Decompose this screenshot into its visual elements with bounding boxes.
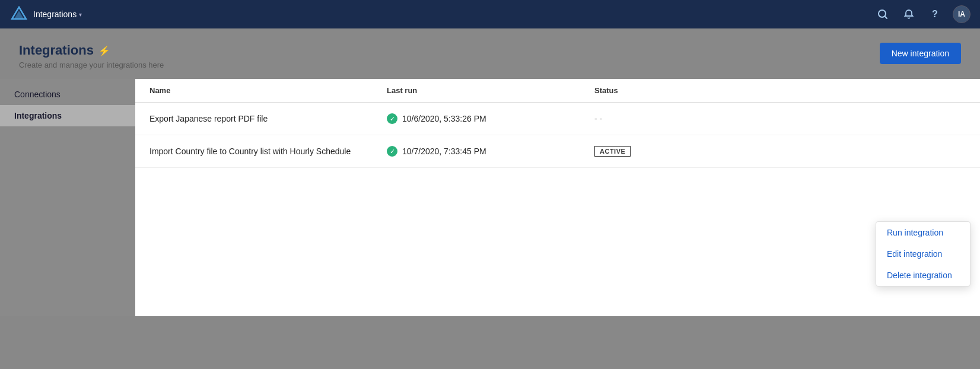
- chevron-down-icon: ▾: [79, 11, 82, 18]
- table-panel: Name Last run Status Export Japanese rep…: [135, 79, 980, 316]
- svg-line-3: [885, 17, 887, 19]
- context-menu: Run integration Edit integration Delete …: [876, 221, 971, 287]
- page-title-text: Integrations: [19, 43, 94, 58]
- context-menu-edit-integration[interactable]: Edit integration: [876, 243, 970, 265]
- row1-lastrun: 10/6/2020, 5:33:26 PM: [402, 114, 486, 123]
- avatar-button[interactable]: IA: [953, 5, 971, 23]
- page-title: Integrations ⚡: [19, 43, 164, 58]
- help-button[interactable]: ?: [927, 6, 943, 23]
- row2-status-cell: ACTIVE: [594, 146, 966, 157]
- topnav-left: Integrations ▾: [9, 5, 82, 24]
- search-button[interactable]: [874, 6, 891, 23]
- flash-icon: ⚡: [98, 45, 110, 56]
- sidebar-item-connections[interactable]: Connections: [0, 84, 135, 105]
- app-name-dropdown[interactable]: Integrations ▾: [33, 9, 82, 19]
- sidebar-item-integrations[interactable]: Integrations: [0, 105, 135, 126]
- notifications-button[interactable]: [901, 6, 917, 23]
- row2-lastrun: 10/7/2020, 7:33:45 PM: [402, 147, 486, 156]
- sidebar: Connections Integrations: [0, 79, 135, 316]
- row2-name-cell: Import Country file to Country list with…: [149, 147, 387, 156]
- table-row[interactable]: Import Country file to Country list with…: [135, 135, 980, 168]
- row2-lastrun-cell: ✓ 10/7/2020, 7:33:45 PM: [387, 146, 594, 157]
- main-area: Connections Integrations Name Last run S…: [0, 79, 980, 316]
- page-header: Integrations ⚡ Create and manage your in…: [0, 28, 980, 79]
- row1-name-cell: Export Japanese report PDF file: [149, 114, 387, 123]
- row2-check-icon: ✓: [387, 146, 397, 157]
- context-menu-delete-integration[interactable]: Delete integration: [876, 265, 970, 286]
- row2-status-badge: ACTIVE: [594, 146, 631, 157]
- page-subtitle: Create and manage your integrations here: [19, 61, 164, 69]
- col-header-last-run: Last run: [387, 86, 594, 95]
- logo-icon[interactable]: [9, 5, 28, 24]
- topnav-right: ? IA: [874, 5, 971, 23]
- help-icon: ?: [932, 9, 938, 20]
- page-background: Integrations ⚡ Create and manage your in…: [0, 28, 980, 369]
- row1-check-icon: ✓: [387, 113, 397, 124]
- row1-lastrun-cell: ✓ 10/6/2020, 5:33:26 PM: [387, 113, 594, 124]
- row1-status-cell: - -: [594, 114, 966, 123]
- table-header-row: Name Last run Status: [135, 79, 980, 103]
- row2-name: Import Country file to Country list with…: [149, 147, 351, 156]
- row1-name: Export Japanese report PDF file: [149, 114, 268, 123]
- new-integration-button[interactable]: New integration: [880, 43, 961, 64]
- col-header-status: Status: [594, 86, 966, 95]
- sidebar-item-connections-label: Connections: [14, 90, 61, 99]
- context-menu-run-integration[interactable]: Run integration: [876, 222, 970, 243]
- col-header-name: Name: [149, 86, 387, 95]
- row1-status: - -: [594, 114, 602, 123]
- sidebar-item-integrations-label: Integrations: [14, 111, 62, 120]
- table-row[interactable]: Export Japanese report PDF file ✓ 10/6/2…: [135, 103, 980, 135]
- top-navigation: Integrations ▾ ? IA: [0, 0, 980, 28]
- app-name-label: Integrations: [33, 9, 77, 19]
- page-title-group: Integrations ⚡ Create and manage your in…: [19, 43, 164, 69]
